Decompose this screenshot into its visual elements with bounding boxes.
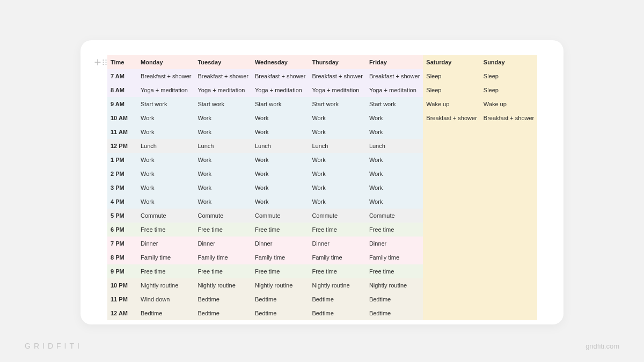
schedule-cell[interactable] [480, 250, 537, 264]
schedule-cell[interactable] [423, 292, 480, 306]
schedule-cell[interactable]: Commute [194, 209, 251, 223]
table-row[interactable]: 5 PMCommuteCommuteCommuteCommuteCommute [107, 209, 537, 223]
schedule-cell[interactable]: Breakfast + shower [480, 111, 537, 125]
table-row[interactable]: 8 PMFamily timeFamily timeFamily timeFam… [107, 250, 537, 264]
time-cell[interactable]: 7 PM [107, 237, 137, 250]
schedule-cell[interactable]: Bedtime [137, 306, 194, 320]
schedule-cell[interactable]: Free time [252, 264, 309, 278]
schedule-cell[interactable]: Work [252, 125, 309, 139]
schedule-cell[interactable] [423, 209, 480, 223]
time-cell[interactable]: 8 PM [107, 250, 137, 264]
schedule-cell[interactable]: Work [309, 167, 365, 181]
schedule-cell[interactable]: Dinner [309, 237, 365, 250]
schedule-cell[interactable]: Work [366, 125, 423, 139]
schedule-cell[interactable]: Bedtime [309, 292, 365, 306]
schedule-cell[interactable]: Sleep [423, 69, 480, 83]
time-cell[interactable]: 11 AM [107, 125, 137, 139]
schedule-cell[interactable] [480, 223, 537, 237]
schedule-cell[interactable]: Bedtime [252, 306, 309, 320]
time-cell[interactable]: 1 PM [107, 153, 137, 167]
schedule-cell[interactable]: Free time [309, 264, 365, 278]
schedule-cell[interactable]: Breakfast + shower [366, 69, 423, 83]
schedule-cell[interactable]: Free time [366, 264, 423, 278]
schedule-cell[interactable]: Work [194, 153, 251, 167]
schedule-cell[interactable]: Family time [366, 250, 423, 264]
time-cell[interactable]: 5 PM [107, 209, 137, 223]
schedule-cell[interactable]: Work [252, 167, 309, 181]
schedule-cell[interactable]: Nightly routine [137, 278, 194, 292]
schedule-cell[interactable] [480, 167, 537, 181]
schedule-cell[interactable]: Lunch [194, 139, 251, 153]
schedule-cell[interactable]: Work [137, 111, 194, 125]
table-row[interactable]: 3 PMWorkWorkWorkWorkWork [107, 181, 537, 195]
schedule-cell[interactable] [480, 125, 537, 139]
table-row[interactable]: 6 PMFree timeFree timeFree timeFree time… [107, 223, 537, 237]
schedule-cell[interactable]: Bedtime [366, 306, 423, 320]
schedule-cell[interactable] [423, 278, 480, 292]
time-cell[interactable]: 9 PM [107, 264, 137, 278]
schedule-cell[interactable] [480, 306, 537, 320]
add-row-icon[interactable] [94, 59, 101, 65]
table-row[interactable]: 11 PMWind downBedtimeBedtimeBedtimeBedti… [107, 292, 537, 306]
schedule-cell[interactable]: Family time [309, 250, 365, 264]
schedule-cell[interactable]: Lunch [366, 139, 423, 153]
table-row[interactable]: 1 PMWorkWorkWorkWorkWork [107, 153, 537, 167]
schedule-cell[interactable]: Commute [252, 209, 309, 223]
schedule-cell[interactable]: Wind down [137, 292, 194, 306]
schedule-cell[interactable]: Bedtime [194, 306, 251, 320]
schedule-cell[interactable]: Start work [137, 97, 194, 111]
schedule-cell[interactable]: Free time [366, 223, 423, 237]
time-cell[interactable]: 3 PM [107, 181, 137, 195]
schedule-cell[interactable]: Work [137, 125, 194, 139]
schedule-cell[interactable]: Free time [252, 223, 309, 237]
schedule-cell[interactable]: Family time [252, 250, 309, 264]
schedule-cell[interactable]: Work [309, 195, 365, 209]
schedule-cell[interactable]: Bedtime [366, 292, 423, 306]
time-cell[interactable]: 8 AM [107, 83, 137, 97]
schedule-cell[interactable] [480, 181, 537, 195]
schedule-cell[interactable]: Work [252, 195, 309, 209]
schedule-cell[interactable]: Breakfast + shower [137, 69, 194, 83]
schedule-cell[interactable]: Lunch [137, 139, 194, 153]
schedule-cell[interactable]: Start work [252, 97, 309, 111]
schedule-cell[interactable]: Wake up [480, 97, 537, 111]
schedule-cell[interactable]: Work [366, 195, 423, 209]
schedule-cell[interactable] [423, 167, 480, 181]
time-cell[interactable]: 12 PM [107, 139, 137, 153]
schedule-cell[interactable]: Start work [194, 97, 251, 111]
schedule-cell[interactable] [423, 153, 480, 167]
schedule-cell[interactable]: Yoga + meditation [309, 83, 365, 97]
table-row[interactable]: 7 AMBreakfast + showerBreakfast + shower… [107, 69, 537, 83]
schedule-cell[interactable]: Work [194, 181, 251, 195]
schedule-cell[interactable]: Yoga + meditation [366, 83, 423, 97]
schedule-cell[interactable]: Bedtime [194, 292, 251, 306]
schedule-cell[interactable] [423, 237, 480, 250]
schedule-cell[interactable]: Free time [194, 264, 251, 278]
schedule-cell[interactable] [423, 250, 480, 264]
schedule-cell[interactable]: Nightly routine [194, 278, 251, 292]
schedule-cell[interactable]: Work [194, 167, 251, 181]
schedule-cell[interactable]: Work [309, 111, 365, 125]
schedule-cell[interactable]: Nightly routine [366, 278, 423, 292]
schedule-cell[interactable]: Work [137, 181, 194, 195]
table-row[interactable]: 4 PMWorkWorkWorkWorkWork [107, 195, 537, 209]
time-cell[interactable]: 12 AM [107, 306, 137, 320]
schedule-cell[interactable]: Work [194, 125, 251, 139]
schedule-cell[interactable]: Commute [309, 209, 365, 223]
schedule-cell[interactable] [423, 139, 480, 153]
time-cell[interactable]: 9 AM [107, 97, 137, 111]
schedule-cell[interactable]: Sleep [480, 83, 537, 97]
schedule-cell[interactable]: Work [366, 167, 423, 181]
schedule-cell[interactable] [480, 264, 537, 278]
schedule-cell[interactable]: Work [137, 167, 194, 181]
schedule-cell[interactable]: Work [252, 111, 309, 125]
table-row[interactable]: 7 PMDinnerDinnerDinnerDinnerDinner [107, 237, 537, 250]
time-cell[interactable]: 11 PM [107, 292, 137, 306]
schedule-cell[interactable] [423, 264, 480, 278]
schedule-cell[interactable]: Free time [194, 223, 251, 237]
schedule-cell[interactable]: Breakfast + shower [309, 69, 365, 83]
schedule-cell[interactable]: Nightly routine [252, 278, 309, 292]
time-cell[interactable]: 6 PM [107, 223, 137, 237]
schedule-cell[interactable] [423, 223, 480, 237]
schedule-table[interactable]: Time Monday Tuesday Wednesday Thursday F… [107, 55, 537, 320]
